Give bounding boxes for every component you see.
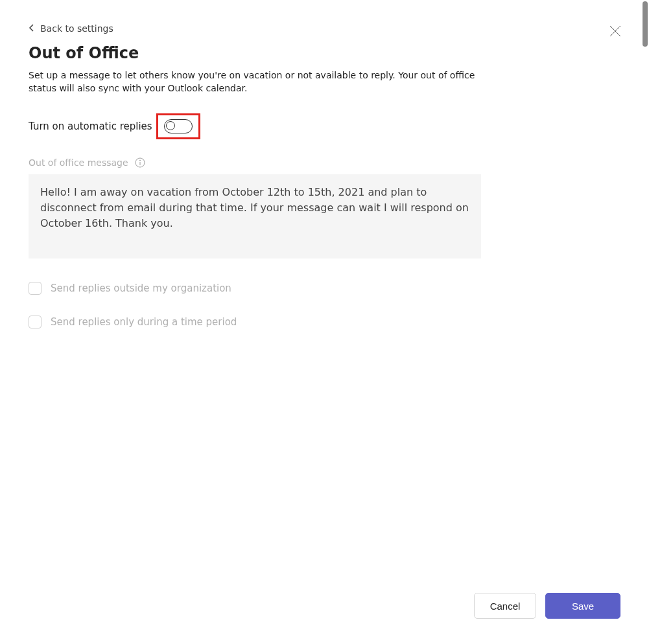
back-link-text: Back to settings: [40, 23, 113, 34]
svg-point-4: [139, 160, 140, 161]
time-period-row: Send replies only during a time period: [29, 316, 620, 328]
out-of-office-dialog: Back to settings Out of Office Set up a …: [7, 1, 642, 640]
out-of-office-message-textarea[interactable]: Hello! I am away on vacation from Octobe…: [29, 174, 481, 259]
scrollbar-thumb[interactable]: [643, 1, 648, 47]
outside-org-row: Send replies outside my organization: [29, 282, 620, 295]
cancel-button[interactable]: Cancel: [474, 593, 536, 619]
time-period-checkbox[interactable]: [29, 316, 41, 328]
dialog-footer: Cancel Save: [474, 593, 620, 619]
outside-org-label: Send replies outside my organization: [51, 282, 231, 294]
page-description: Set up a message to let others know you'…: [29, 69, 495, 95]
outside-org-checkbox[interactable]: [29, 282, 41, 295]
close-button[interactable]: [605, 22, 626, 43]
info-icon[interactable]: [135, 157, 145, 168]
page-title: Out of Office: [29, 44, 620, 62]
close-icon: [609, 25, 621, 40]
message-label-row: Out of office message: [29, 157, 620, 168]
highlight-box: [156, 113, 200, 139]
automatic-replies-label: Turn on automatic replies: [29, 121, 152, 132]
automatic-replies-toggle-row: Turn on automatic replies: [29, 113, 620, 139]
time-period-label: Send replies only during a time period: [51, 316, 237, 328]
toggle-knob: [166, 121, 175, 130]
chevron-left-icon: [29, 23, 35, 34]
back-to-settings-link[interactable]: Back to settings: [29, 23, 113, 34]
save-button[interactable]: Save: [545, 593, 620, 619]
automatic-replies-toggle[interactable]: [164, 119, 193, 133]
message-field-label: Out of office message: [29, 157, 128, 168]
